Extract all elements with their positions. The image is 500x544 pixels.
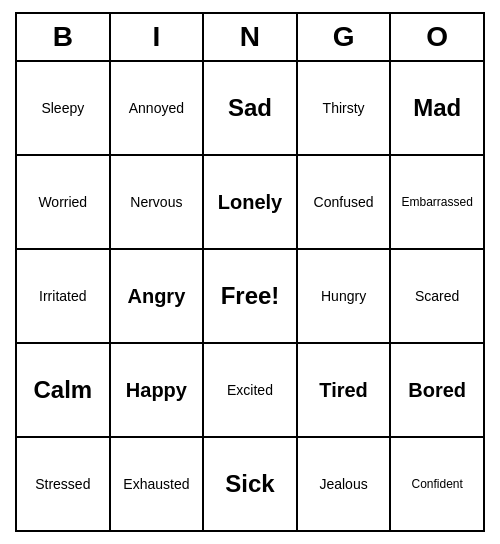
- header-letter-O: O: [391, 14, 483, 60]
- bingo-row-2: IrritatedAngryFree!HungryScared: [17, 250, 483, 344]
- cell-3-4: Bored: [391, 344, 483, 436]
- cell-3-3: Tired: [298, 344, 392, 436]
- cell-3-1: Happy: [111, 344, 205, 436]
- cell-2-3: Hungry: [298, 250, 392, 342]
- bingo-row-3: CalmHappyExcitedTiredBored: [17, 344, 483, 438]
- cell-4-0: Stressed: [17, 438, 111, 530]
- cell-2-4: Scared: [391, 250, 483, 342]
- cell-1-0: Worried: [17, 156, 111, 248]
- cell-1-2: Lonely: [204, 156, 298, 248]
- bingo-body: SleepyAnnoyedSadThirstyMadWorriedNervous…: [17, 62, 483, 530]
- cell-4-1: Exhausted: [111, 438, 205, 530]
- cell-0-3: Thirsty: [298, 62, 392, 154]
- cell-0-2: Sad: [204, 62, 298, 154]
- header-letter-I: I: [111, 14, 205, 60]
- cell-0-4: Mad: [391, 62, 483, 154]
- bingo-row-4: StressedExhaustedSickJealousConfident: [17, 438, 483, 530]
- cell-3-0: Calm: [17, 344, 111, 436]
- cell-3-2: Excited: [204, 344, 298, 436]
- cell-1-3: Confused: [298, 156, 392, 248]
- cell-2-2: Free!: [204, 250, 298, 342]
- cell-4-3: Jealous: [298, 438, 392, 530]
- cell-2-1: Angry: [111, 250, 205, 342]
- bingo-row-1: WorriedNervousLonelyConfusedEmbarrassed: [17, 156, 483, 250]
- cell-4-2: Sick: [204, 438, 298, 530]
- cell-0-0: Sleepy: [17, 62, 111, 154]
- cell-1-1: Nervous: [111, 156, 205, 248]
- cell-2-0: Irritated: [17, 250, 111, 342]
- bingo-row-0: SleepyAnnoyedSadThirstyMad: [17, 62, 483, 156]
- cell-0-1: Annoyed: [111, 62, 205, 154]
- cell-4-4: Confident: [391, 438, 483, 530]
- cell-1-4: Embarrassed: [391, 156, 483, 248]
- header-letter-B: B: [17, 14, 111, 60]
- header-letter-N: N: [204, 14, 298, 60]
- bingo-header: BINGO: [17, 14, 483, 62]
- bingo-card: BINGO SleepyAnnoyedSadThirstyMadWorriedN…: [15, 12, 485, 532]
- header-letter-G: G: [298, 14, 392, 60]
